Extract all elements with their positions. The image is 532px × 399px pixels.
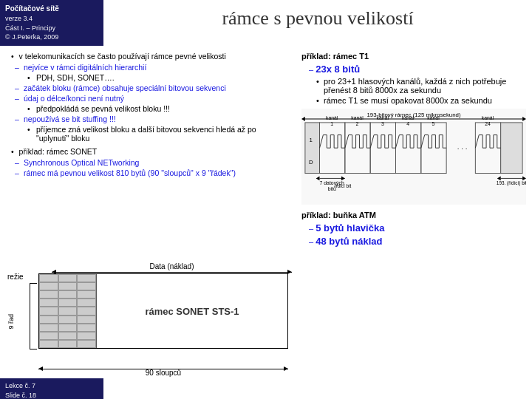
grid-cell [39, 307, 58, 315]
grid-cell [58, 324, 78, 332]
header-author: © J.Peterka, 2009 [5, 33, 98, 42]
sub-item-1-1: nejvíce v rámci digitálních hierarchií P… [15, 63, 288, 82]
footer-box: Lekce č. 7 Slide č. 18 [0, 378, 103, 399]
sub-sub-1-3-1: předpokládá se pevná velikost bloku !!! [27, 104, 288, 113]
grid-cell [39, 332, 58, 340]
example-t1-title: příklad: rámec T1 [301, 52, 526, 61]
grid-cell [58, 332, 78, 340]
grid-cell [39, 324, 58, 332]
page-title: rámce s pevnou velikostí [103, 7, 532, 30]
rezim-label: režie [7, 273, 24, 281]
example-t1-sub: – 23x 8 bitů [309, 64, 526, 75]
header-part: Část I. – Principy [5, 24, 98, 33]
atm-sub-2: – 48 bytů náklad [309, 236, 526, 247]
sub-sub-list-2: předpokládá se pevná velikost bloku !!! [24, 104, 288, 113]
grid-cell [77, 299, 96, 307]
atm-section: příklad: buňka ATM – 5 bytů hlavička – 4… [301, 211, 526, 247]
grid-cell [39, 282, 58, 290]
svg-text:kanál: kanál [326, 115, 338, 120]
svg-text:1: 1 [330, 121, 333, 126]
svg-text:5: 5 [432, 121, 435, 126]
t1-frame-diagram: 193-bitový rámec (125 mikrosekund) kanál… [301, 109, 526, 205]
grid-cell [77, 307, 96, 315]
svg-text:24: 24 [485, 121, 491, 126]
svg-rect-4 [305, 123, 320, 174]
top-arrow-line [52, 272, 292, 273]
grid-cell [39, 340, 58, 348]
grid-cell [58, 290, 78, 299]
grid-cell [77, 282, 96, 290]
t1-sub-label: 23x 8 bitů [316, 64, 360, 75]
grid-cell [58, 307, 78, 315]
grid-cell [39, 316, 58, 324]
data-label: Data (náklad) [52, 262, 292, 270]
grid-cell [77, 332, 96, 340]
sonet-frame-label: rámec SONET STS-1 [97, 274, 287, 348]
grid-cell [39, 290, 58, 299]
t1-bullet-1: pro 23+1 hlasových kanálů, každá z nich … [316, 77, 526, 95]
grid-cell [58, 274, 78, 282]
svg-text:1: 1 [310, 137, 313, 143]
sub-list-1: nejvíce v rámci digitálních hierarchií P… [11, 63, 288, 143]
svg-text:řídící bit: řídící bit [335, 183, 352, 188]
grid-cell [77, 290, 96, 299]
sub-sub-list-3: příjemce zná velikost bloku a další bito… [24, 125, 288, 143]
sub-item-2-1: Synchronous Optical NETworking [15, 158, 288, 167]
bullet-item-1: v telekomunikacích se často používají rá… [11, 52, 288, 143]
grid-cell [58, 340, 78, 348]
svg-text:3: 3 [381, 121, 384, 126]
grid-cell [58, 316, 78, 324]
grid-cell [39, 274, 58, 282]
sonet-frame-box: rámec SONET STS-1 [38, 273, 288, 349]
svg-text:D: D [309, 159, 313, 166]
rad-label: 9 řad [7, 314, 15, 330]
svg-text:kanál: kanál [427, 115, 440, 120]
svg-text:193. (řídící) bit: 193. (řídící) bit [497, 180, 526, 186]
svg-rect-24 [501, 123, 522, 174]
svg-text:. . .: . . . [457, 143, 468, 151]
grid-cell [77, 340, 96, 348]
t1-bullet-2: rámec T1 se musí opakovat 8000x za sekun… [316, 96, 526, 105]
right-column: příklad: rámec T1 – 23x 8 bitů pro 23+1 … [296, 46, 532, 377]
sub-item-1-3: údaj o délce/konci není nutný předpoklád… [15, 94, 288, 113]
grid-cell [77, 316, 96, 324]
grid-cell [58, 299, 78, 307]
example-atm-title: příklad: buňka ATM [301, 211, 526, 219]
grid-cell [39, 299, 58, 307]
bullet-1-text: v telekomunikacích se často používají rá… [19, 52, 226, 61]
grid-cell [58, 282, 78, 290]
grid-cell [77, 324, 96, 332]
svg-text:4: 4 [406, 121, 409, 126]
sub-item-1-4: nepoužívá se bit stuffing !!! příjemce z… [15, 115, 288, 143]
atm-sub-1: – 5 bytů hlavička [309, 222, 526, 233]
sub-sub-1-4-1: příjemce zná velikost bloku a další bito… [27, 125, 288, 143]
sub-sub-list-1: PDH, SDH, SONET…. [24, 73, 288, 82]
sloupcu-label: 90 sloupců [38, 369, 288, 377]
main-bullet-list: v telekomunikacích se často používají rá… [7, 52, 288, 177]
svg-marker-3 [522, 117, 526, 121]
header-version: verze 3.4 [5, 14, 98, 24]
sub-item-2-2: rámec má pevnou velikost 810 bytů (90 "s… [15, 168, 288, 177]
footer-line1: Lekce č. 7 [5, 381, 98, 391]
bullet-item-2: příklad: rámec SONET Synchronous Optical… [11, 147, 288, 177]
svg-marker-2 [301, 117, 305, 121]
footer-line2: Slide č. 18 [5, 391, 98, 399]
bullet-2-text: příklad: rámec SONET [19, 147, 98, 156]
sonet-diagram: Data (náklad) režie 9 řad [7, 262, 292, 377]
svg-text:2: 2 [356, 121, 359, 126]
svg-text:kanál: kanál [482, 115, 494, 120]
sub-sub-1-1: PDH, SDH, SONET…. [27, 73, 288, 82]
grid-cell [77, 274, 96, 282]
sonet-overhead-grid [39, 274, 97, 348]
row-bracket [30, 283, 37, 349]
header-title: Počítačové sítě [5, 4, 98, 14]
svg-text:kanál: kanál [402, 115, 415, 120]
sub-list-2: Synchronous Optical NETworking rámec má … [11, 158, 288, 177]
example-t1-section: příklad: rámec T1 – 23x 8 bitů pro 23+1 … [301, 52, 526, 105]
svg-text:kanál: kanál [351, 115, 364, 120]
header-box: Počítačové sítě verze 3.4 Část I. – Prin… [0, 0, 103, 46]
sub-item-1-2: začátek bloku (rámce) obsahuje speciální… [15, 83, 288, 92]
svg-text:kanál: kanál [377, 115, 389, 120]
